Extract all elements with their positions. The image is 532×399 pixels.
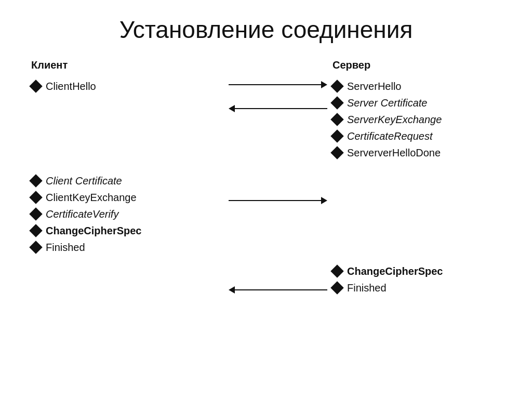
arrows-column	[229, 59, 332, 297]
diamond-icon	[330, 281, 343, 294]
item-label: Client Certificate	[46, 173, 122, 189]
item-label: SerververHelloDone	[347, 145, 441, 161]
diamond-icon	[29, 191, 42, 204]
client-header: Клиент	[31, 59, 229, 71]
diamond-icon	[330, 79, 343, 92]
diamond-icon	[330, 96, 343, 109]
item-finished-client: Finished	[31, 240, 229, 255]
arrow-server-hello	[229, 105, 327, 112]
item-label: Finished	[347, 280, 387, 296]
diagram: Клиент ClientHello Client Certificate Cl…	[0, 59, 532, 297]
server-column: Сервер ServerHello Server Certificate Se…	[332, 59, 501, 297]
item-finished-server: Finished	[332, 280, 501, 296]
item-server-certificate: Server Certificate	[332, 95, 501, 111]
item-client-certificate: Client Certificate	[31, 173, 229, 189]
arrow-client-certificate	[229, 197, 327, 204]
item-server-hello-done: SerververHelloDone	[332, 145, 501, 161]
diamond-icon	[29, 79, 42, 92]
item-certificate-verify: CertificateVerify	[31, 206, 229, 222]
item-label: ChangeCipherSpec	[347, 263, 443, 279]
diamond-icon	[330, 113, 343, 126]
item-label: CertificateRequest	[347, 128, 433, 144]
item-certificate-request: CertificateRequest	[332, 128, 501, 144]
spacer-server-response	[31, 95, 229, 173]
item-server-hello: ServerHello	[332, 78, 501, 94]
item-label: Finished	[46, 240, 85, 255]
item-label: Server Certificate	[347, 95, 428, 111]
diamond-icon	[330, 146, 343, 159]
diamond-icon	[29, 241, 42, 254]
page-title: Установление соединения	[0, 0, 532, 54]
server-header: Сервер	[332, 59, 501, 71]
item-label: ChangeCipherSpec	[46, 223, 141, 238]
item-label: ServerHello	[347, 78, 401, 94]
item-client-hello: ClientHello	[31, 78, 229, 94]
diamond-icon	[29, 174, 42, 187]
item-change-cipher-spec-client: ChangeCipherSpec	[31, 223, 229, 238]
diamond-icon	[29, 224, 42, 237]
item-label: CertificateVerify	[46, 206, 118, 222]
spacer-server-wait	[332, 162, 501, 263]
arrow-client-hello	[229, 81, 327, 88]
item-label: ClientKeyExchange	[46, 190, 137, 205]
diamond-icon	[330, 264, 343, 277]
arrow-finished	[229, 286, 327, 294]
item-client-key-exchange: ClientKeyExchange	[31, 190, 229, 205]
item-label: ClientHello	[46, 78, 96, 94]
item-change-cipher-spec-server: ChangeCipherSpec	[332, 263, 501, 279]
item-label: ServerKeyExchange	[347, 112, 442, 127]
diamond-icon	[330, 129, 343, 142]
client-column: Клиент ClientHello Client Certificate Cl…	[31, 59, 229, 297]
item-server-key-exchange: ServerKeyExchange	[332, 112, 501, 127]
diamond-icon	[29, 207, 42, 220]
